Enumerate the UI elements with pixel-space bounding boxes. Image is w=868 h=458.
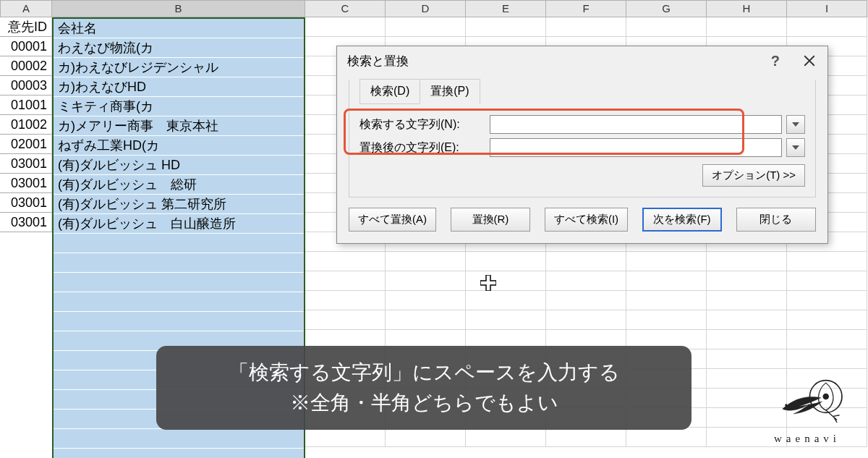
cell[interactable]: 01001 xyxy=(0,96,52,115)
cell[interactable] xyxy=(54,273,304,292)
replace-all-button[interactable]: すべて置換(A) xyxy=(349,208,436,232)
cell[interactable]: カ)わえなびHD xyxy=(54,77,304,97)
col-header-G[interactable]: G xyxy=(626,0,707,17)
replace-input[interactable] xyxy=(490,138,782,157)
caption-line2: ※全角・半角どちらでもよい xyxy=(176,388,671,418)
cell[interactable]: ミキティ商事(カ xyxy=(54,97,304,116)
col-header-I[interactable]: I xyxy=(787,0,867,17)
cell[interactable]: 03001 xyxy=(0,174,52,193)
find-label: 検索する文字列(N): xyxy=(359,117,490,132)
cell[interactable]: (有)ダルビッシュ 第二研究所 xyxy=(54,195,304,214)
dialog-titlebar[interactable]: 検索と置換 ? xyxy=(337,46,827,75)
cell[interactable]: 会社名 xyxy=(54,19,304,38)
chevron-down-icon xyxy=(792,145,799,150)
replace-label: 置換後の文字列(E): xyxy=(359,140,490,156)
close-button[interactable]: 閉じる xyxy=(736,208,816,232)
cell[interactable]: カ)メアリー商事 東京本社 xyxy=(54,116,304,136)
chevron-down-icon xyxy=(792,122,799,127)
dialog-tabs: 検索(D) 置換(P) xyxy=(359,79,805,104)
replace-row: 置換後の文字列(E): xyxy=(359,138,805,157)
replace-history-dropdown[interactable] xyxy=(786,138,805,157)
col-header-A[interactable]: A xyxy=(0,0,52,17)
logo-text: waenavi xyxy=(764,433,851,445)
help-icon[interactable]: ? xyxy=(771,53,780,69)
caption-line1: 「検索する文字列」にスペースを入力する xyxy=(176,357,671,388)
col-header-E[interactable]: E xyxy=(466,0,546,17)
cell[interactable] xyxy=(54,234,304,253)
cell[interactable]: (有)ダルビッシュ HD xyxy=(54,156,304,175)
tab-find[interactable]: 検索(D) xyxy=(359,79,420,104)
cell[interactable] xyxy=(54,449,304,458)
col-header-B[interactable]: B xyxy=(52,0,305,17)
cell[interactable]: 00002 xyxy=(0,56,52,76)
find-history-dropdown[interactable] xyxy=(786,115,805,134)
options-button[interactable]: オプション(T) >> xyxy=(702,164,805,187)
cell[interactable]: 00001 xyxy=(0,37,52,56)
cell[interactable]: 03001 xyxy=(0,193,52,213)
find-row: 検索する文字列(N): xyxy=(359,115,805,134)
cell[interactable]: カ)わえなびレジデンシャル xyxy=(54,58,304,77)
logo-icon xyxy=(764,372,851,430)
cell[interactable] xyxy=(54,312,304,331)
cell[interactable]: 03001 xyxy=(0,213,52,232)
col-header-C[interactable]: C xyxy=(305,0,386,17)
dialog-title: 検索と置換 xyxy=(347,53,409,69)
svg-point-1 xyxy=(785,404,787,406)
find-replace-dialog: 検索と置換 ? 検索(D) 置換(P) 検索する文字列(N): 置換後の文字列(… xyxy=(336,46,828,244)
col-header-F[interactable]: F xyxy=(546,0,626,17)
cell[interactable] xyxy=(54,292,304,312)
tab-replace[interactable]: 置換(P) xyxy=(420,79,480,104)
find-next-button[interactable]: 次を検索(F) xyxy=(642,208,722,232)
cell[interactable]: (有)ダルビッシュ 総研 xyxy=(54,175,304,195)
cell[interactable]: 02001 xyxy=(0,135,52,154)
col-header-D[interactable]: D xyxy=(386,0,466,17)
cell[interactable]: 00003 xyxy=(0,76,52,96)
find-all-button[interactable]: すべて検索(I) xyxy=(545,208,628,232)
close-icon[interactable] xyxy=(799,50,820,72)
waenavi-logo: waenavi xyxy=(764,372,851,445)
cell[interactable] xyxy=(54,253,304,273)
cell[interactable]: わえなび物流(カ xyxy=(54,38,304,58)
dialog-button-row: すべて置換(A) 置換(R) すべて検索(I) 次を検索(F) 閉じる xyxy=(337,208,827,243)
column-headers: A B C D E F G H I xyxy=(0,0,868,17)
cell[interactable]: 意先ID xyxy=(0,17,52,37)
cell[interactable]: 01002 xyxy=(0,115,52,135)
cell[interactable]: ねずみ工業HD(カ xyxy=(54,136,304,156)
instruction-caption: 「検索する文字列」にスペースを入力する ※全角・半角どちらでもよい xyxy=(156,346,692,430)
cell[interactable]: 03001 xyxy=(0,154,52,174)
cell[interactable] xyxy=(54,429,304,449)
col-header-H[interactable]: H xyxy=(707,0,787,17)
find-input[interactable] xyxy=(490,115,782,134)
cell[interactable]: (有)ダルビッシュ 白山醸造所 xyxy=(54,214,304,234)
cursor-icon xyxy=(480,275,496,291)
replace-button[interactable]: 置換(R) xyxy=(451,208,530,232)
column-A-cells: 意先ID 00001 00002 00003 01001 01002 02001… xyxy=(0,17,52,458)
